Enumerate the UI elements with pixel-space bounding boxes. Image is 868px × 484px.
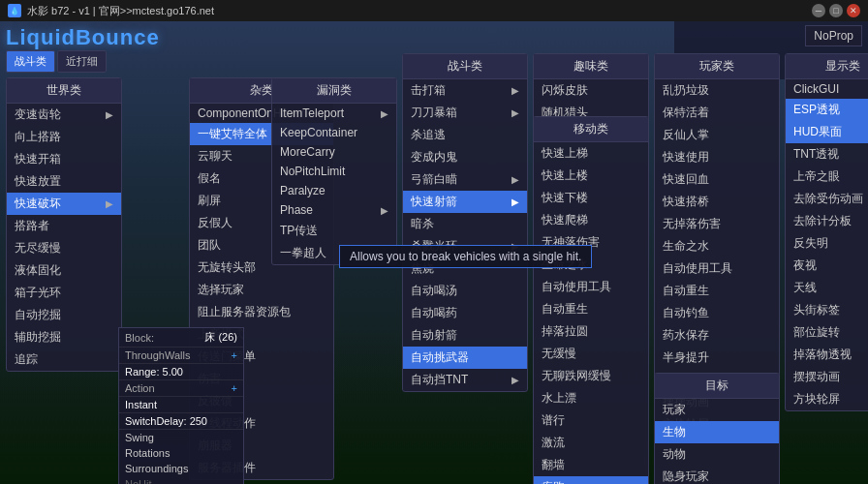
- minimize-button[interactable]: ─: [812, 4, 825, 17]
- player-item-3[interactable]: 快速使用: [655, 146, 779, 168]
- world-item-0[interactable]: 变速齿轮▶: [7, 104, 121, 126]
- fun-item-0[interactable]: 闪烁皮肤: [534, 79, 648, 102]
- display-item-12[interactable]: 掉落物透视: [786, 344, 868, 366]
- world-item-8[interactable]: 箱子光环: [7, 282, 121, 304]
- player-item-8[interactable]: 自动使用工具: [655, 257, 779, 280]
- world-item-7[interactable]: 液体固化: [7, 259, 121, 282]
- exploit-item-phase[interactable]: Phase▶: [272, 200, 396, 220]
- player-item-7[interactable]: 生命之水: [655, 235, 779, 257]
- misc-item-8[interactable]: 选择玩家: [190, 279, 333, 301]
- display-item-hud[interactable]: HUD果面▶: [786, 121, 868, 143]
- maximize-button[interactable]: □: [829, 4, 843, 17]
- exploit-item-6[interactable]: TP传送: [272, 220, 396, 242]
- target-panel: 目标 玩家 生物 动物 隐身玩家 死亡玩家: [654, 373, 780, 484]
- display-item-5[interactable]: 去除受伤动画: [786, 188, 868, 210]
- world-item-3[interactable]: 快速放置: [7, 170, 121, 193]
- player-item-5[interactable]: 快速搭桥: [655, 191, 779, 213]
- combat-panel-title: 战斗类: [403, 54, 527, 79]
- exploit-item-4[interactable]: Paralyze: [272, 181, 396, 200]
- title-bar: 💧 水影 b72 - v1 | 官网>>mctest.go176.net ─ □…: [0, 0, 868, 21]
- nohit-item[interactable]: NoHit: [119, 476, 243, 484]
- world-item-1[interactable]: 向上搭路: [7, 126, 121, 148]
- switch-delay-row: SwitchDelay: 250: [119, 413, 243, 430]
- nav-tab-combat[interactable]: 战斗类: [6, 50, 55, 73]
- world-item-9[interactable]: 自动挖掘: [7, 304, 121, 326]
- combat-item-0[interactable]: 击打箱▶: [403, 79, 527, 102]
- display-item-14[interactable]: 方块轮屏: [786, 388, 868, 410]
- move-item-15[interactable]: 疾跑▶: [534, 476, 648, 484]
- display-item-9[interactable]: 天线: [786, 277, 868, 299]
- instant-row: Instant: [119, 397, 243, 413]
- combat-item-2[interactable]: 杀追逃: [403, 124, 527, 146]
- exploit-item-3[interactable]: NoPitchLimit: [272, 162, 396, 181]
- player-item-11[interactable]: 药水保存: [655, 324, 779, 347]
- window-controls[interactable]: ─ □ ✕: [812, 4, 860, 17]
- move-item-1[interactable]: 快速上楼: [534, 165, 648, 187]
- target-item-2[interactable]: 动物: [655, 443, 779, 466]
- title-bar-left: 💧 水影 b72 - v1 | 官网>>mctest.go176.net: [8, 4, 214, 18]
- combat-item-9[interactable]: 自动喝汤: [403, 280, 527, 302]
- world-item-2[interactable]: 快速开箱: [7, 148, 121, 170]
- display-item-3[interactable]: TNT透视: [786, 143, 868, 166]
- fun-panel: 趣味类 闪烁皮肤 随机猎头: [533, 53, 649, 125]
- world-item-4[interactable]: 快速破坏▶: [7, 193, 121, 215]
- move-item-7[interactable]: 自动重生: [534, 298, 648, 320]
- display-item-0[interactable]: ClickGUI: [786, 79, 868, 99]
- rotations-item[interactable]: Rotations: [119, 445, 243, 461]
- world-item-6[interactable]: 无尽缓慢: [7, 237, 121, 259]
- combat-item-1[interactable]: 刀刀暴箱▶: [403, 102, 527, 124]
- player-item-10[interactable]: 自动钓鱼: [655, 302, 779, 324]
- close-button[interactable]: ✕: [847, 4, 860, 17]
- combat-item-10[interactable]: 自动喝药: [403, 302, 527, 324]
- move-item-10[interactable]: 无聊跌网缓慢: [534, 365, 648, 387]
- exploit-item-1[interactable]: KeepContainer: [272, 123, 396, 142]
- player-item-6[interactable]: 无掉落伤害: [655, 213, 779, 235]
- misc-item-9[interactable]: 阻止服务器资源包: [190, 301, 333, 323]
- exploit-item-2[interactable]: MoreCarry: [272, 142, 396, 162]
- display-item-esp[interactable]: ESP透视▶: [786, 99, 868, 121]
- move-item-6[interactable]: 自动使用工具: [534, 276, 648, 298]
- combat-item-6[interactable]: 暗杀: [403, 213, 527, 235]
- combat-item-4[interactable]: 弓箭白瞄▶: [403, 168, 527, 191]
- through-walls-row[interactable]: ThroughWalls +: [119, 348, 243, 364]
- move-item-9[interactable]: 无缓慢: [534, 343, 648, 365]
- move-item-13[interactable]: 激流: [534, 432, 648, 454]
- player-item-1[interactable]: 保特活着: [655, 102, 779, 124]
- player-item-0[interactable]: 乱扔垃圾: [655, 79, 779, 102]
- move-item-14[interactable]: 翻墙: [534, 454, 648, 476]
- combat-item-11[interactable]: 自动射箭: [403, 324, 527, 347]
- move-item-2[interactable]: 快速下楼: [534, 187, 648, 209]
- combat-item-12[interactable]: 自动挑武器: [403, 347, 527, 369]
- player-item-9[interactable]: 自动重生: [655, 280, 779, 302]
- target-item-3[interactable]: 隐身玩家: [655, 466, 779, 484]
- display-item-11[interactable]: 部位旋转: [786, 321, 868, 344]
- combat-item-5[interactable]: 快速射箭▶: [403, 191, 527, 213]
- move-item-8[interactable]: 掉落拉圆: [534, 320, 648, 343]
- display-item-7[interactable]: 反失明: [786, 232, 868, 255]
- display-item-8[interactable]: 夜视: [786, 255, 868, 277]
- combat-item-3[interactable]: 变成内鬼: [403, 146, 527, 168]
- target-item-0[interactable]: 玩家: [655, 399, 779, 421]
- exploit-item-0[interactable]: ItemTeleport▶: [272, 104, 396, 123]
- world-item-10[interactable]: 辅助挖掘: [7, 326, 121, 348]
- player-item-2[interactable]: 反仙人掌: [655, 124, 779, 146]
- world-item-5[interactable]: 搭路者: [7, 215, 121, 237]
- player-item-4[interactable]: 快速回血: [655, 168, 779, 191]
- display-item-4[interactable]: 上帝之眼: [786, 166, 868, 188]
- move-panel: 移动类 快速上梯 快速上楼 快速下楼 快速爬梯 无神落伤害 生命之水 自动使用工…: [533, 116, 649, 484]
- display-item-6[interactable]: 去除计分板: [786, 210, 868, 232]
- surroundings-item[interactable]: Surroundings: [119, 461, 243, 476]
- display-item-10[interactable]: 头街标签: [786, 299, 868, 321]
- target-item-1[interactable]: 生物: [655, 421, 779, 443]
- swing-item[interactable]: Swing: [119, 430, 243, 445]
- display-item-13[interactable]: 摆摆动画: [786, 366, 868, 388]
- combat-item-13[interactable]: 自动挡TNT▶: [403, 369, 527, 391]
- nav-tab-melee[interactable]: 近打细: [57, 50, 107, 73]
- move-item-11[interactable]: 水上漂: [534, 387, 648, 409]
- player-item-12[interactable]: 半身提升: [655, 347, 779, 369]
- action-row[interactable]: Action +: [119, 380, 243, 397]
- move-item-0[interactable]: 快速上梯: [534, 142, 648, 165]
- world-item-11[interactable]: 追踪: [7, 348, 121, 371]
- move-item-12[interactable]: 谱行: [534, 409, 648, 432]
- move-item-3[interactable]: 快速爬梯: [534, 209, 648, 231]
